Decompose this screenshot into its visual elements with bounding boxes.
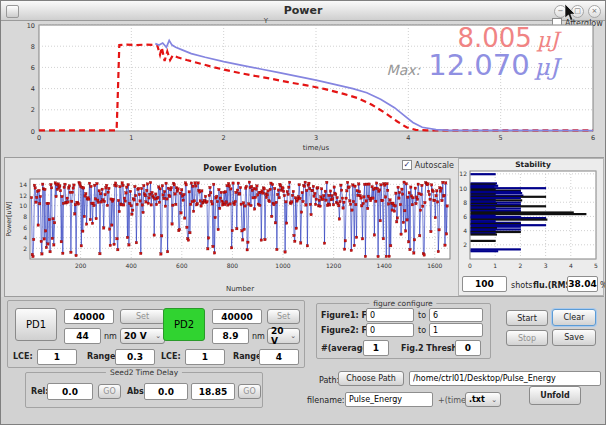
pd1-set-label: Set (136, 312, 149, 321)
clear-button[interactable]: Clear (552, 309, 596, 326)
svg-text:800: 800 (227, 262, 239, 269)
svg-text:400: 400 (125, 262, 137, 269)
pd2-lce-input[interactable] (185, 349, 225, 365)
svg-text:2: 2 (23, 245, 27, 252)
rel-label: Rel: (31, 387, 49, 396)
pd1-voltage-dropdown[interactable]: 20 V ⌄ (120, 328, 165, 344)
window-title: Power (284, 4, 323, 17)
svg-text:10: 10 (459, 185, 467, 192)
svg-text:time/us: time/us (303, 144, 330, 152)
pd1-set-button[interactable]: Set (120, 309, 165, 324)
pd1-wl-input[interactable] (64, 328, 101, 344)
rel-go-button[interactable]: GO (98, 384, 121, 399)
figure2-to-input[interactable] (429, 323, 483, 337)
pd2-wl-input[interactable] (212, 328, 249, 344)
svg-text:0: 0 (468, 262, 472, 269)
svg-text:8: 8 (31, 43, 35, 51)
svg-text:600: 600 (176, 262, 188, 269)
choose-path-label: Choose Path (346, 374, 396, 383)
power-window: Power − □ × Afterglow Y02468100123456tim… (0, 0, 606, 425)
filename-input[interactable] (345, 392, 433, 407)
max-energy-unit: µJ (535, 54, 559, 80)
rel-go-label: GO (103, 387, 116, 396)
svg-text:1: 1 (129, 134, 133, 142)
stop-label: Stop (518, 334, 536, 343)
figure1-to-label: to (418, 311, 426, 320)
stability-chart: Stability24681012012345 (457, 159, 606, 274)
pd2-freq-input[interactable] (212, 309, 262, 324)
pd2-lce-label: LCE: (161, 352, 181, 361)
max-label: Max: (387, 62, 421, 78)
abs-delay-readout[interactable] (191, 383, 235, 400)
path-input[interactable] (409, 371, 601, 386)
save-button[interactable]: Save (552, 329, 596, 346)
svg-text:10: 10 (19, 202, 27, 209)
start-button[interactable]: Start (506, 310, 548, 326)
chevron-down-icon: ⌄ (491, 396, 497, 404)
svg-text:10: 10 (27, 22, 35, 30)
shots-label: shots (511, 281, 532, 290)
svg-text:1600: 1600 (427, 262, 442, 269)
svg-text:8: 8 (23, 213, 27, 220)
svg-text:4: 4 (31, 85, 35, 93)
svg-text:8: 8 (463, 199, 467, 206)
checkbox-check-icon: ✓ (402, 160, 412, 170)
abs-delay-input[interactable] (144, 383, 188, 400)
autoscale-label: Autoscale (415, 161, 454, 170)
svg-text:12: 12 (459, 170, 467, 177)
pd1-lce-input[interactable] (37, 349, 77, 365)
pd1-button[interactable]: PD1 (15, 308, 57, 341)
control-panel: PD1 Set nm 20 V ⌄ PD2 Set nm 20 V ⌄ LCE:… (1, 297, 606, 425)
choose-path-button[interactable]: Choose Path (338, 371, 404, 386)
clear-label: Clear (564, 313, 585, 322)
svg-text:Stability: Stability (515, 160, 551, 169)
svg-text:Number: Number (226, 285, 254, 293)
save-label: Save (564, 333, 584, 342)
pd2-nm-label: nm (252, 332, 265, 341)
unfold-button[interactable]: Unfold (529, 386, 581, 405)
figure1-to-input[interactable] (429, 308, 483, 322)
unfold-label: Unfold (540, 391, 570, 400)
pd2-range-input[interactable] (259, 349, 299, 365)
extension-value: .txt (469, 395, 485, 404)
svg-text:Power[uW]: Power[uW] (5, 201, 13, 236)
autoscale-checkbox[interactable]: ✓ Autoscale (402, 160, 454, 170)
svg-text:2: 2 (222, 134, 226, 142)
svg-text:1: 1 (493, 262, 497, 269)
svg-text:3: 3 (544, 262, 548, 269)
pd1-freq-input[interactable] (64, 309, 114, 324)
svg-text:4: 4 (23, 234, 27, 241)
svg-text:6: 6 (31, 64, 35, 72)
shots-input[interactable] (462, 276, 507, 292)
abs-go-button[interactable]: GO (238, 384, 261, 399)
svg-text:0: 0 (31, 128, 35, 136)
path-label: Path: (319, 376, 339, 385)
svg-text:4: 4 (463, 227, 467, 234)
pd2-set-label: Set (277, 312, 290, 321)
rms-input[interactable] (567, 276, 598, 292)
svg-text:4: 4 (569, 262, 573, 269)
svg-text:2: 2 (518, 262, 522, 269)
fig2-threshold-input[interactable] (455, 340, 481, 356)
rel-delay-input[interactable] (47, 383, 93, 400)
pd2-set-button[interactable]: Set (267, 309, 300, 324)
figure1-from-input[interactable] (366, 308, 414, 322)
svg-text:Y: Y (263, 17, 269, 25)
stop-button[interactable]: Stop (506, 330, 548, 346)
energy-readout: 8.005 µJ Max:12.070 µJ (387, 25, 559, 80)
pd2-voltage-dropdown[interactable]: 20 V ⌄ (267, 328, 300, 344)
pd1-nm-label: nm (104, 332, 117, 341)
average-input[interactable] (363, 340, 389, 356)
pd2-button[interactable]: PD2 (163, 308, 205, 341)
svg-text:1400: 1400 (377, 262, 392, 269)
svg-text:1000: 1000 (275, 262, 290, 269)
figure2-to-label: to (418, 326, 426, 335)
svg-text:5: 5 (594, 262, 598, 269)
pd2-voltage-value: 20 V (271, 326, 290, 346)
pd1-range-input[interactable] (115, 349, 155, 365)
svg-text:5: 5 (499, 134, 503, 142)
extension-dropdown[interactable]: .txt ⌄ (465, 392, 501, 407)
figure2-from-input[interactable] (366, 323, 414, 337)
stability-chart-svg: Stability24681012012345 (457, 159, 606, 274)
svg-text:12: 12 (19, 192, 27, 199)
